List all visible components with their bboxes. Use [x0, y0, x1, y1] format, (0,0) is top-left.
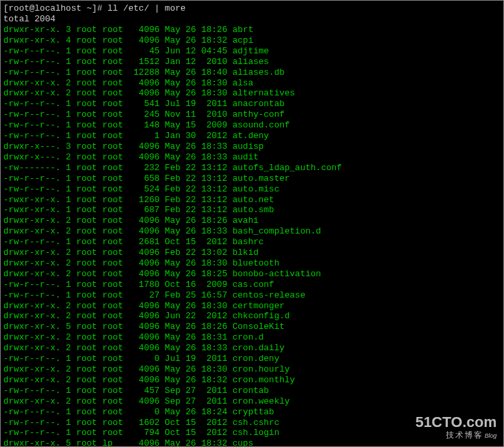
shell-prompt[interactable]: [root@localhost ~]# ll /etc/ | more — [3, 3, 501, 13]
list-item: drwxr-x---. 2 root root 4096 May 26 18:3… — [3, 152, 501, 163]
list-item: drwxr-xr-x. 2 root root 4096 May 26 18:3… — [3, 258, 501, 269]
file-listing[interactable]: drwxr-xr-x. 3 root root 4096 May 26 18:2… — [3, 25, 501, 447]
list-item: -rw-r--r--. 1 root root 45 Jun 12 04:45 … — [3, 46, 501, 57]
list-item: drwxr-xr-x. 2 root root 4096 Jun 22 2012… — [3, 311, 501, 322]
list-item: drwxr-xr-x. 2 root root 4096 May 26 18:3… — [3, 375, 501, 386]
list-item: -rw-r--r--. 1 root root 457 Sep 27 2011 … — [3, 386, 501, 396]
list-item: drwxr-x---. 3 root root 4096 May 26 18:3… — [3, 141, 501, 152]
list-item: -rw-r--r--. 1 root root 245 Nov 11 2010 … — [3, 109, 501, 120]
ls-total: total 2004 — [3, 14, 501, 24]
list-item: -rw-r--r--. 1 root root 148 May 15 2009 … — [3, 120, 501, 131]
list-item: drwxr-xr-x. 2 root root 4096 May 26 18:3… — [3, 88, 501, 99]
list-item: drwxr-xr-x. 2 root root 4096 May 26 18:3… — [3, 226, 501, 237]
list-item: -rwxr-xr-x. 1 root root 1260 Feb 22 13:1… — [3, 195, 501, 205]
list-item: -rw-r--r--. 1 root root 2681 Oct 15 2012… — [3, 237, 501, 248]
prompt-command: ll /etc/ | more — [107, 3, 186, 13]
list-item: -rw-r--r--. 1 root root 524 Feb 22 13:12… — [3, 184, 501, 195]
list-item: -rwxr-xr-x. 1 root root 687 Feb 22 13:12… — [3, 205, 501, 215]
list-item: drwxr-xr-x. 2 root root 4096 May 26 18:2… — [3, 215, 501, 226]
watermark: 51CTO.com 技术博客Blog — [415, 415, 497, 441]
list-item: -rw-r--r--. 1 root root 12288 May 26 18:… — [3, 67, 501, 78]
list-item: drwxr-xr-x. 2 root root 4096 Feb 22 13:0… — [3, 248, 501, 258]
list-item: -rw-r--r--. 1 root root 1780 Oct 16 2009… — [3, 280, 501, 290]
list-item: drwxr-xr-x. 4 root root 4096 May 26 18:3… — [3, 35, 501, 46]
watermark-sub: 技术博客Blog — [415, 430, 497, 441]
list-item: drwxr-xr-x. 2 root root 4096 Sep 27 2011… — [3, 396, 501, 407]
list-item: -rw-r--r--. 1 root root 658 Feb 22 13:12… — [3, 173, 501, 184]
list-item: drwxr-xr-x. 5 root root 4096 May 26 18:2… — [3, 322, 501, 332]
list-item: -rw-r--r--. 1 root root 0 Jul 19 2011 cr… — [3, 354, 501, 364]
list-item: drwxr-xr-x. 2 root root 4096 May 26 18:3… — [3, 364, 501, 375]
list-item: drwxr-xr-x. 3 root root 4096 May 26 18:2… — [3, 25, 501, 35]
list-item: -rw-r--r--. 1 root root 1512 Jan 12 2010… — [3, 57, 501, 67]
list-item: -rw-------. 1 root root 232 Feb 22 13:12… — [3, 163, 501, 173]
prompt-host: [root@localhost ~]# — [3, 3, 107, 13]
list-item: drwxr-xr-x. 2 root root 4096 May 26 18:3… — [3, 78, 501, 89]
list-item: drwxr-xr-x. 2 root root 4096 May 26 18:3… — [3, 343, 501, 354]
list-item: -rw-r--r--. 1 root root 1 Jan 30 2012 at… — [3, 131, 501, 141]
list-item: drwxr-xr-x. 2 root root 4096 May 26 18:3… — [3, 332, 501, 343]
list-item: -rw-r--r--. 1 root root 541 Jul 19 2011 … — [3, 99, 501, 109]
watermark-main: 51CTO.com — [415, 415, 497, 430]
list-item: drwxr-xr-x. 2 root root 4096 May 26 18:2… — [3, 269, 501, 280]
list-item: drwxr-xr-x. 2 root root 4096 May 26 18:3… — [3, 301, 501, 312]
list-item: -rw-r--r--. 1 root root 27 Feb 25 16:57 … — [3, 290, 501, 301]
